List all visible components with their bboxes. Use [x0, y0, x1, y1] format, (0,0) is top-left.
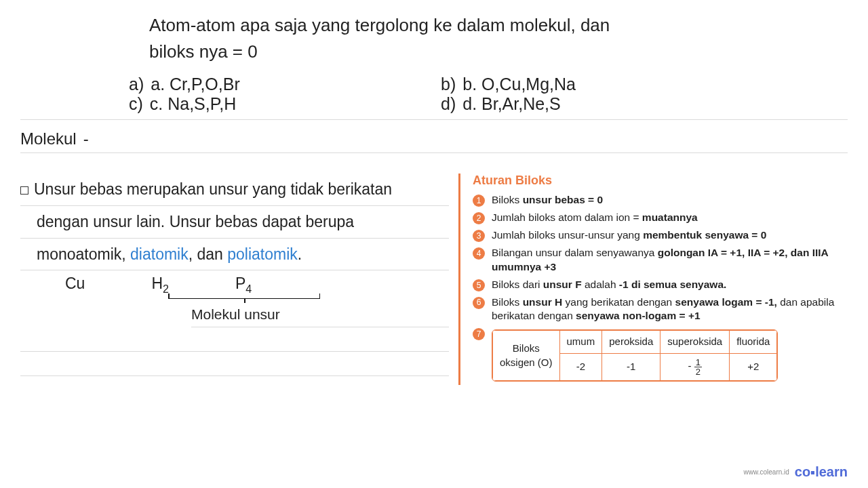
- option-b-text: b. O,Cu,Mg,Na: [462, 75, 576, 94]
- col-peroksida: peroksida: [602, 331, 660, 353]
- badge-5: 5: [473, 279, 485, 291]
- oxygen-biloks-table: Biloksoksigen (O) umum peroksida superok…: [492, 329, 778, 381]
- rule-6: 6Biloks unsur H yang berikatan dengan se…: [473, 296, 848, 324]
- rule-3-text: Jumlah biloks unsur-unsur yang membentuk…: [492, 228, 766, 243]
- l3-pre: monoatomik,: [37, 245, 130, 263]
- option-d-text: d. Br,Ar,Ne,S: [462, 94, 561, 114]
- l3-end: .: [298, 245, 302, 263]
- explain-line1: Unsur bebas merupakan unsur yang tidak b…: [20, 174, 449, 206]
- example-h2: H2: [151, 274, 169, 296]
- option-c-text: c. Na,S,P,H: [150, 94, 236, 114]
- molekul-label: Molekul: [20, 129, 77, 148]
- molekul-unsur-label: Molekul unsur: [191, 305, 449, 327]
- col-umum: umum: [559, 331, 602, 353]
- badge-6: 6: [473, 297, 485, 309]
- molecule-examples: Cu H2 P4: [20, 270, 449, 297]
- question-text: Atom-atom apa saja yang tergolong ke dal…: [0, 0, 868, 69]
- rules-title: Aturan Biloks: [473, 174, 848, 188]
- l3-diatomik: diatomik: [130, 245, 189, 263]
- val-fluorida: +2: [730, 353, 777, 380]
- option-c[interactable]: c) c. Na,S,P,H: [129, 94, 441, 114]
- option-a-text: a. Cr,P,O,Br: [151, 75, 240, 94]
- explain-line2: dengan unsur lain. Unsur bebas dapat ber…: [20, 206, 449, 239]
- bullet-square-icon: [20, 186, 28, 195]
- badge-3: 3: [473, 230, 485, 242]
- rule-3: 3Jumlah biloks unsur-unsur yang membentu…: [473, 228, 848, 243]
- rule-1: 1Biloks unsur bebas = 0: [473, 193, 848, 207]
- explain-l1: Unsur bebas merupakan unsur yang tidak b…: [34, 180, 392, 198]
- blank-line: [20, 327, 449, 352]
- example-p4: P4: [235, 274, 252, 296]
- val-peroksida: -1: [602, 353, 660, 380]
- divider: [20, 119, 848, 120]
- p-sub: 4: [245, 283, 252, 295]
- molekul-row: Molekul -: [20, 125, 848, 153]
- answer-options: a) a. Cr,P,O,Br b) b. O,Cu,Mg,Na c) c. N…: [0, 69, 868, 119]
- rule-1-text: Biloks unsur bebas = 0: [492, 193, 603, 207]
- explain-line3: monoatomik, diatomik, dan poliatomik.: [20, 239, 449, 271]
- footer: www.colearn.id colearn: [744, 464, 848, 480]
- col-superoksida: superoksida: [660, 331, 730, 353]
- molekul-dash: -: [83, 129, 89, 148]
- badge-2: 2: [473, 212, 485, 224]
- option-d-marker: d): [441, 94, 456, 114]
- explanation-panel: Unsur bebas merupakan unsur yang tidak b…: [20, 174, 460, 385]
- rule-4-text: Bilangan unsur dalam senyawanya golongan…: [492, 246, 848, 274]
- l3-mid: , dan: [189, 245, 228, 263]
- footer-url: www.colearn.id: [744, 468, 789, 476]
- rule-6-text: Biloks unsur H yang berikatan dengan sen…: [492, 296, 848, 324]
- rules-panel: Aturan Biloks 1Biloks unsur bebas = 0 2J…: [473, 174, 848, 385]
- explain-l2: dengan unsur lain. Unsur bebas dapat ber…: [37, 213, 354, 230]
- table-rowlabel: Biloksoksigen (O): [493, 331, 560, 380]
- rule-2: 2Jumlah biloks atom dalam ion = muatanny…: [473, 211, 848, 225]
- l3-poliatomik: poliatomik: [227, 245, 298, 263]
- option-b-marker: b): [441, 75, 456, 94]
- bracket-icon: [168, 298, 320, 305]
- blank-line: [20, 352, 449, 376]
- col-fluorida: fluorida: [730, 331, 777, 353]
- val-umum: -2: [559, 353, 602, 380]
- badge-4: 4: [473, 247, 485, 260]
- explain-l3: monoatomik, diatomik, dan poliatomik.: [37, 245, 302, 263]
- option-a[interactable]: a) a. Cr,P,O,Br: [129, 75, 441, 94]
- h-symbol: H: [151, 274, 163, 292]
- question-line1: Atom-atom apa saja yang tergolong ke dal…: [149, 15, 610, 35]
- p-symbol: P: [235, 274, 245, 292]
- option-b[interactable]: b) b. O,Cu,Mg,Na: [441, 75, 753, 94]
- rule-5-text: Biloks dari unsur F adalah -1 di semua s…: [492, 278, 726, 292]
- logo-dot-icon: [811, 471, 814, 474]
- option-d[interactable]: d) d. Br,Ar,Ne,S: [441, 94, 753, 114]
- rule-7: 7 Biloksoksigen (O) umum peroksida super…: [473, 327, 848, 381]
- rule-2-text: Jumlah biloks atom dalam ion = muatannya: [492, 211, 698, 225]
- badge-7: 7: [473, 328, 485, 340]
- option-c-marker: c): [129, 94, 143, 114]
- option-a-marker: a): [129, 75, 144, 94]
- example-cu: Cu: [65, 274, 85, 296]
- val-superoksida: - 12: [660, 353, 730, 380]
- question-line2: biloks nya = 0: [149, 41, 258, 62]
- colearn-logo: colearn: [795, 464, 848, 480]
- rule-5: 5Biloks dari unsur F adalah -1 di semua …: [473, 278, 848, 292]
- badge-1: 1: [473, 195, 485, 207]
- rule-4: 4Bilangan unsur dalam senyawanya golonga…: [473, 246, 848, 274]
